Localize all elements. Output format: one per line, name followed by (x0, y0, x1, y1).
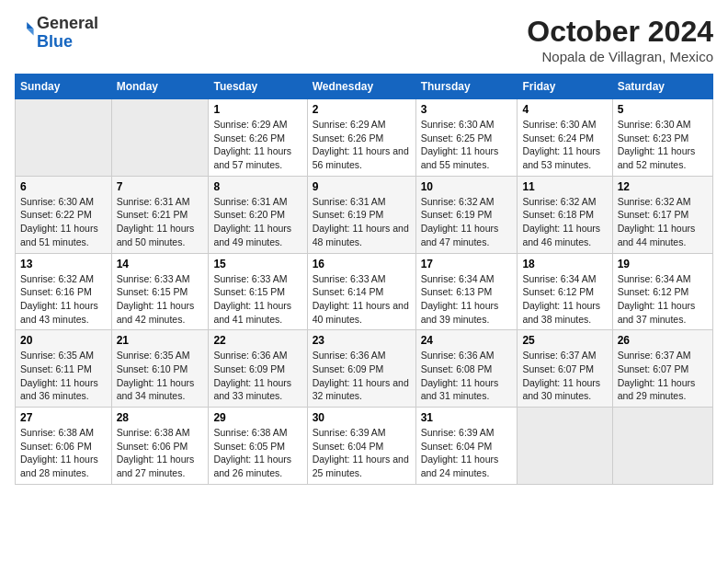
day-number: 22 (213, 334, 301, 347)
header-tuesday: Tuesday (209, 75, 307, 99)
day-info: Sunrise: 6:34 AM Sunset: 6:13 PM Dayligh… (421, 272, 513, 327)
calendar-cell: 21Sunrise: 6:35 AM Sunset: 6:10 PM Dayli… (111, 330, 209, 408)
day-info: Sunrise: 6:33 AM Sunset: 6:15 PM Dayligh… (117, 272, 204, 327)
day-info: Sunrise: 6:31 AM Sunset: 6:21 PM Dayligh… (117, 195, 204, 249)
page-subtitle: Nopala de Villagran, Mexico (527, 49, 713, 64)
calendar-cell: 23Sunrise: 6:36 AM Sunset: 6:09 PM Dayli… (307, 330, 415, 408)
day-info: Sunrise: 6:33 AM Sunset: 6:15 PM Dayligh… (213, 272, 301, 327)
day-number: 15 (213, 258, 301, 270)
calendar-cell (111, 99, 209, 177)
day-info: Sunrise: 6:39 AM Sunset: 6:04 PM Dayligh… (421, 426, 513, 480)
calendar-cell: 28Sunrise: 6:38 AM Sunset: 6:06 PM Dayli… (111, 408, 209, 485)
calendar-cell: 15Sunrise: 6:33 AM Sunset: 6:15 PM Dayli… (209, 253, 307, 330)
day-info: Sunrise: 6:38 AM Sunset: 6:06 PM Dayligh… (20, 426, 107, 480)
calendar-cell: 31Sunrise: 6:39 AM Sunset: 6:04 PM Dayli… (415, 408, 518, 485)
day-number: 13 (20, 258, 107, 270)
calendar-cell: 27Sunrise: 6:38 AM Sunset: 6:06 PM Dayli… (16, 408, 112, 485)
day-number: 10 (421, 180, 513, 193)
calendar-cell: 8Sunrise: 6:31 AM Sunset: 6:20 PM Daylig… (209, 176, 307, 253)
day-number: 25 (522, 334, 607, 347)
day-number: 19 (618, 258, 708, 270)
calendar-cell: 17Sunrise: 6:34 AM Sunset: 6:13 PM Dayli… (415, 253, 518, 330)
day-info: Sunrise: 6:30 AM Sunset: 6:25 PM Dayligh… (421, 118, 513, 172)
svg-marker-1 (27, 29, 33, 35)
day-info: Sunrise: 6:32 AM Sunset: 6:16 PM Dayligh… (20, 272, 107, 327)
calendar-cell (16, 99, 112, 177)
header-saturday: Saturday (612, 75, 712, 99)
day-number: 18 (522, 258, 607, 270)
header-friday: Friday (518, 75, 612, 99)
calendar-cell: 30Sunrise: 6:39 AM Sunset: 6:04 PM Dayli… (307, 408, 415, 485)
calendar-cell (612, 408, 712, 485)
header-sunday: Sunday (16, 75, 112, 99)
day-number: 6 (20, 180, 107, 193)
calendar-cell: 14Sunrise: 6:33 AM Sunset: 6:15 PM Dayli… (111, 253, 209, 330)
day-number: 3 (421, 103, 513, 116)
calendar-cell: 11Sunrise: 6:32 AM Sunset: 6:18 PM Dayli… (518, 176, 612, 253)
calendar-cell: 19Sunrise: 6:34 AM Sunset: 6:12 PM Dayli… (612, 253, 712, 330)
day-info: Sunrise: 6:37 AM Sunset: 6:07 PM Dayligh… (618, 349, 708, 403)
day-info: Sunrise: 6:38 AM Sunset: 6:06 PM Dayligh… (117, 426, 204, 480)
svg-marker-0 (27, 22, 33, 29)
day-number: 23 (313, 334, 411, 347)
page-title: October 2024 (527, 15, 713, 49)
day-number: 17 (421, 258, 513, 270)
day-number: 27 (20, 411, 107, 424)
day-number: 28 (117, 411, 204, 424)
day-number: 12 (618, 180, 708, 193)
day-info: Sunrise: 6:33 AM Sunset: 6:14 PM Dayligh… (313, 272, 411, 327)
day-info: Sunrise: 6:30 AM Sunset: 6:22 PM Dayligh… (20, 195, 107, 249)
day-info: Sunrise: 6:29 AM Sunset: 6:26 PM Dayligh… (313, 118, 411, 172)
logo-general: General (37, 14, 98, 32)
header-monday: Monday (111, 75, 209, 99)
day-number: 21 (117, 334, 204, 347)
day-info: Sunrise: 6:35 AM Sunset: 6:11 PM Dayligh… (20, 349, 107, 403)
day-number: 9 (313, 180, 411, 193)
calendar-cell: 2Sunrise: 6:29 AM Sunset: 6:26 PM Daylig… (307, 99, 415, 177)
day-number: 4 (522, 103, 607, 116)
calendar-cell: 20Sunrise: 6:35 AM Sunset: 6:11 PM Dayli… (16, 330, 112, 408)
day-info: Sunrise: 6:31 AM Sunset: 6:19 PM Dayligh… (313, 195, 411, 249)
calendar-week-4: 20Sunrise: 6:35 AM Sunset: 6:11 PM Dayli… (16, 330, 713, 408)
calendar-cell: 12Sunrise: 6:32 AM Sunset: 6:17 PM Dayli… (612, 176, 712, 253)
calendar-cell: 22Sunrise: 6:36 AM Sunset: 6:09 PM Dayli… (209, 330, 307, 408)
calendar-week-5: 27Sunrise: 6:38 AM Sunset: 6:06 PM Dayli… (16, 408, 713, 485)
day-info: Sunrise: 6:32 AM Sunset: 6:18 PM Dayligh… (522, 195, 607, 249)
header-thursday: Thursday (415, 75, 518, 99)
day-info: Sunrise: 6:34 AM Sunset: 6:12 PM Dayligh… (522, 272, 607, 327)
calendar-cell: 24Sunrise: 6:36 AM Sunset: 6:08 PM Dayli… (415, 330, 518, 408)
day-number: 8 (213, 180, 301, 193)
page-header: General Blue October 2024 Nopala de Vill… (15, 15, 713, 64)
day-info: Sunrise: 6:38 AM Sunset: 6:05 PM Dayligh… (213, 426, 301, 480)
day-info: Sunrise: 6:36 AM Sunset: 6:09 PM Dayligh… (213, 349, 301, 403)
day-info: Sunrise: 6:29 AM Sunset: 6:26 PM Dayligh… (213, 118, 301, 172)
day-number: 14 (117, 258, 204, 270)
calendar-cell: 9Sunrise: 6:31 AM Sunset: 6:19 PM Daylig… (307, 176, 415, 253)
calendar-week-1: 1Sunrise: 6:29 AM Sunset: 6:26 PM Daylig… (16, 99, 713, 177)
day-info: Sunrise: 6:31 AM Sunset: 6:20 PM Dayligh… (213, 195, 301, 249)
calendar-cell: 5Sunrise: 6:30 AM Sunset: 6:23 PM Daylig… (612, 99, 712, 177)
day-info: Sunrise: 6:32 AM Sunset: 6:19 PM Dayligh… (421, 195, 513, 249)
calendar-cell: 26Sunrise: 6:37 AM Sunset: 6:07 PM Dayli… (612, 330, 712, 408)
logo-blue: Blue (37, 32, 73, 51)
day-number: 11 (522, 180, 607, 193)
day-info: Sunrise: 6:32 AM Sunset: 6:17 PM Dayligh… (618, 195, 708, 249)
day-info: Sunrise: 6:36 AM Sunset: 6:09 PM Dayligh… (313, 349, 411, 403)
day-info: Sunrise: 6:36 AM Sunset: 6:08 PM Dayligh… (421, 349, 513, 403)
calendar-cell: 16Sunrise: 6:33 AM Sunset: 6:14 PM Dayli… (307, 253, 415, 330)
calendar-cell: 6Sunrise: 6:30 AM Sunset: 6:22 PM Daylig… (16, 176, 112, 253)
logo: General Blue (15, 15, 98, 52)
calendar-cell: 3Sunrise: 6:30 AM Sunset: 6:25 PM Daylig… (415, 99, 518, 177)
day-info: Sunrise: 6:34 AM Sunset: 6:12 PM Dayligh… (618, 272, 708, 327)
calendar-cell: 10Sunrise: 6:32 AM Sunset: 6:19 PM Dayli… (415, 176, 518, 253)
day-number: 7 (117, 180, 204, 193)
day-number: 30 (313, 411, 411, 424)
day-number: 20 (20, 334, 107, 347)
calendar-week-3: 13Sunrise: 6:32 AM Sunset: 6:16 PM Dayli… (16, 253, 713, 330)
day-number: 5 (618, 103, 708, 116)
calendar-cell: 29Sunrise: 6:38 AM Sunset: 6:05 PM Dayli… (209, 408, 307, 485)
calendar-header-row: SundayMondayTuesdayWednesdayThursdayFrid… (16, 75, 713, 99)
day-number: 16 (313, 258, 411, 270)
title-block: October 2024 Nopala de Villagran, Mexico (527, 15, 713, 64)
calendar-cell: 18Sunrise: 6:34 AM Sunset: 6:12 PM Dayli… (518, 253, 612, 330)
